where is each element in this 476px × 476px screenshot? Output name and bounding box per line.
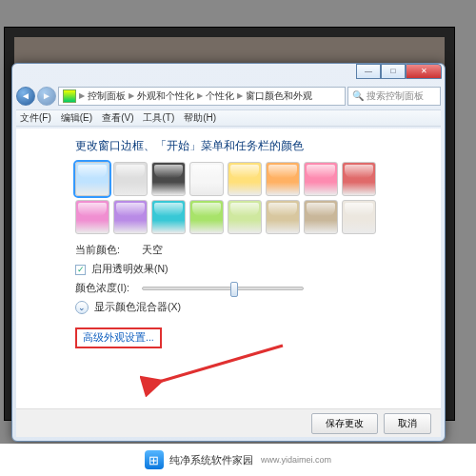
cancel-button[interactable]: 取消 (384, 413, 431, 434)
menu-edit[interactable]: 编辑(E) (61, 111, 92, 125)
nav-back-button[interactable]: ◄ (16, 87, 35, 106)
transparency-label: 启用透明效果(N) (91, 263, 169, 276)
menu-view[interactable]: 查看(V) (102, 111, 133, 125)
breadcrumb-item[interactable]: 外观和个性化 (137, 88, 194, 105)
maximize-button[interactable]: □ (381, 64, 406, 79)
color-swatch[interactable] (113, 162, 148, 196)
menu-tools[interactable]: 工具(T) (143, 111, 174, 125)
control-panel-icon (63, 89, 76, 103)
chevron-right-icon: ▶ (197, 88, 203, 105)
color-swatch[interactable] (304, 200, 338, 234)
watermark-bar: ⊞ 纯净系统软件家园 www.yidaimei.com (0, 444, 476, 476)
color-swatch[interactable] (304, 162, 338, 196)
mixer-toggle-label[interactable]: 显示颜色混合器(X) (94, 301, 181, 314)
save-button[interactable]: 保存更改 (311, 413, 378, 434)
current-color-label: 当前颜色: (75, 244, 136, 257)
color-swatch[interactable] (151, 200, 186, 234)
slider-thumb[interactable] (230, 282, 238, 297)
svg-line-0 (159, 346, 283, 382)
breadcrumb[interactable]: ▶ 控制面板 ▶ 外观和个性化 ▶ 个性化 ▶ 窗口颜色和外观 (58, 87, 346, 106)
search-placeholder: 搜索控制面板 (367, 88, 424, 105)
breadcrumb-item[interactable]: 个性化 (206, 88, 234, 105)
color-swatch[interactable] (189, 162, 224, 196)
titlebar: — □ ✕ (12, 64, 445, 85)
minimize-button[interactable]: — (356, 64, 381, 79)
color-swatch[interactable] (342, 200, 376, 234)
chevron-right-icon: ▶ (79, 88, 85, 105)
color-swatch[interactable] (113, 200, 148, 234)
color-swatch[interactable] (266, 200, 300, 234)
menu-help[interactable]: 帮助(H) (184, 111, 216, 125)
color-swatch[interactable] (228, 162, 262, 196)
menu-file[interactable]: 文件(F) (20, 111, 51, 125)
advanced-appearance-link[interactable]: 高级外观设置... (83, 331, 154, 343)
color-swatch[interactable] (342, 162, 376, 196)
search-input[interactable]: 🔍 搜索控制面板 (347, 87, 441, 106)
watermark-url: www.yidaimei.com (261, 455, 331, 465)
color-swatch[interactable] (75, 200, 109, 234)
search-icon: 🔍 (352, 88, 364, 105)
current-color-value: 天空 (142, 244, 163, 257)
color-swatch[interactable] (151, 162, 186, 196)
chevron-right-icon: ▶ (129, 88, 134, 105)
chevron-down-icon[interactable]: ⌄ (75, 301, 89, 314)
menubar: 文件(F) 编辑(E) 查看(V) 工具(T) 帮助(H) (16, 109, 441, 127)
watermark-name: 纯净系统软件家园 (169, 453, 253, 467)
watermark-logo-icon: ⊞ (145, 450, 164, 469)
nav-forward-button[interactable]: ► (37, 87, 56, 106)
color-swatch[interactable] (228, 200, 262, 234)
dialog-button-row: 保存更改 取消 (16, 408, 441, 437)
color-swatch[interactable] (189, 200, 224, 234)
color-swatch[interactable] (266, 162, 300, 196)
color-swatch[interactable] (75, 162, 109, 196)
callout-highlight: 高级外观设置... (75, 327, 162, 348)
close-button[interactable]: ✕ (406, 64, 442, 79)
window: — □ ✕ ◄ ► ▶ 控制面板 ▶ 外观和个性化 ▶ 个性化 ▶ 窗口颜色和外… (11, 63, 446, 442)
breadcrumb-item[interactable]: 窗口颜色和外观 (246, 88, 312, 105)
transparency-checkbox[interactable]: ✓ (75, 265, 86, 275)
color-swatch-grid (75, 162, 431, 234)
page-title: 更改窗口边框、「开始」菜单和任务栏的颜色 (75, 138, 431, 154)
intensity-label: 颜色浓度(I): (75, 282, 136, 295)
chevron-right-icon: ▶ (237, 88, 243, 105)
breadcrumb-item[interactable]: 控制面板 (88, 88, 126, 105)
content-area: 更改窗口边框、「开始」菜单和任务栏的颜色 当前颜色: 天空 ✓ 启用透明效果(N… (16, 129, 441, 437)
intensity-slider[interactable] (142, 287, 304, 290)
